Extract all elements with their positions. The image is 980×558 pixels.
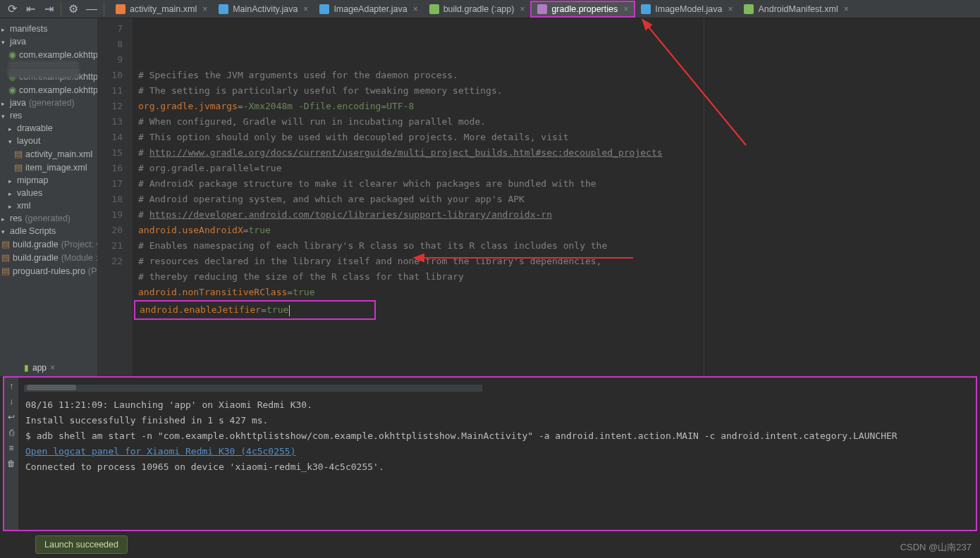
up-icon[interactable]: ↑ [6, 380, 17, 392]
tree-label: mipmap [17, 175, 48, 185]
tree-node[interactable]: ◉com.example.okhttp [0, 83, 97, 97]
print-icon[interactable]: ⎙ [6, 427, 17, 438]
tree-node[interactable]: ▤build.gradle (Project: Ok [0, 237, 97, 251]
tree-node[interactable]: manifests [0, 23, 97, 35]
down-icon[interactable]: ↓ [6, 396, 17, 407]
tree-node[interactable]: xml [0, 199, 97, 212]
file-icon: ▤ [1, 252, 10, 263]
indent-left-icon[interactable]: ⇤ [21, 1, 39, 18]
tree-node[interactable]: ▤build.gradle (Module :a [0, 251, 97, 264]
code-line[interactable]: # Android operating system, and which ar… [138, 192, 980, 207]
gear-icon[interactable]: ⚙ [64, 1, 82, 18]
code-line[interactable]: # This option should only be used with d… [138, 130, 980, 145]
launch-balloon[interactable]: Launch succeeded [35, 535, 128, 554]
tree-suffix: (Pro [88, 266, 97, 276]
file-icon: ▤ [1, 239, 10, 249]
close-icon[interactable]: × [201, 4, 207, 14]
code-line[interactable]: android.enableJetifier=true [138, 300, 980, 320]
tree-label: item_image.xml [25, 163, 87, 173]
tree-node[interactable]: ▤item_image.xml [0, 161, 97, 174]
tab-activity-main-xml[interactable]: activity_main.xml× [110, 1, 213, 18]
line-number: 15 [97, 145, 123, 161]
code-line[interactable]: # Enables namespacing of each library's … [138, 238, 980, 254]
close-icon[interactable]: × [726, 4, 733, 14]
tree-node[interactable]: ▤activity_main.xml [0, 147, 97, 161]
code-line[interactable]: android.useAndroidX=true [138, 223, 980, 238]
close-icon[interactable]: × [412, 4, 418, 14]
tab-imageadapter-java[interactable]: ImageAdapter.java× [314, 1, 423, 18]
code-editor[interactable]: # Specifies the JVM arguments used for t… [133, 18, 980, 376]
link[interactable]: http://www.gradle.org/docs/current/userg… [149, 147, 663, 158]
tree-label: proguard-rules.pro [13, 266, 85, 276]
trash-icon[interactable]: 🗑 [6, 458, 17, 469]
code-line[interactable]: # resources declared in the library itse… [138, 254, 980, 269]
tree-node[interactable]: ▤proguard-rules.pro (Pro [0, 264, 97, 278]
filter-icon[interactable]: ≡ [6, 442, 17, 454]
code-line[interactable]: # AndroidX package structure to make it … [138, 176, 980, 192]
scrollbar-horizontal[interactable] [24, 385, 482, 392]
gradle-icon [429, 4, 439, 14]
tree-node[interactable]: mipmap [0, 174, 97, 187]
sync-icon[interactable]: ⟳ [3, 1, 21, 18]
code-line[interactable]: # The setting is particularly useful for… [138, 83, 980, 99]
tree-label: build.gradle [13, 253, 59, 263]
tree-node[interactable]: res (generated) [0, 212, 97, 225]
close-icon[interactable]: × [843, 4, 849, 14]
close-icon[interactable]: × [302, 4, 308, 14]
tree-node[interactable]: adle Scripts [0, 225, 97, 237]
wrap-icon[interactable]: ↩ [6, 411, 17, 423]
run-output[interactable]: 08/16 11:21:09: Launching 'app' on Xiaom… [18, 378, 976, 530]
tree-node[interactable]: res [0, 109, 97, 122]
code-line[interactable]: # thereby reducing the size of the R cla… [138, 269, 980, 285]
code-line[interactable]: # org.gradle.parallel=true [138, 161, 980, 176]
tree-node[interactable] [0, 67, 97, 70]
tab-label: MainActivity.java [233, 4, 298, 14]
code-line[interactable]: # https://developer.android.com/topic/li… [138, 207, 980, 223]
tab-gradle-properties[interactable]: gradle.properties× [530, 1, 635, 18]
separator [104, 2, 104, 16]
tree-node[interactable]: java (generated) [0, 97, 97, 109]
code-line[interactable]: # http://www.gradle.org/docs/current/use… [138, 145, 980, 161]
manifest-icon [744, 4, 754, 14]
link[interactable]: https://developer.android.com/topic/libr… [149, 209, 552, 220]
tab-label: ImageModel.java [655, 4, 722, 14]
tree-label: res [10, 111, 22, 120]
toolbar-icons: ⟳ ⇤ ⇥ ⚙ — [0, 1, 110, 18]
tree-suffix: (generated) [29, 98, 75, 108]
watermark: CSDN @山南237 [900, 541, 972, 554]
line-number: 9 [97, 52, 123, 68]
code-line[interactable]: org.gradle.jvmargs=-Xmx2048m -Dfile.enco… [138, 99, 980, 114]
close-icon[interactable]: × [622, 4, 628, 14]
indent-right-icon[interactable]: ⇥ [39, 1, 58, 18]
tree-node[interactable]: java [0, 35, 97, 48]
output-line: Connected to process 10965 on device 'xi… [25, 459, 969, 475]
tab-imagemodel-java[interactable]: ImageModel.java× [635, 1, 738, 18]
minimize-icon[interactable]: — [82, 1, 101, 18]
tab-androidmanifest-xml[interactable]: AndroidManifest.xml× [738, 1, 854, 18]
package-icon: ◉ [8, 49, 16, 60]
line-number: 17 [97, 176, 123, 192]
code-line[interactable]: # When configured, Gradle will run in in… [138, 114, 980, 130]
tree-label: activity_main.xml [25, 149, 92, 159]
code-line[interactable]: # Specifies the JVM arguments used for t… [138, 68, 980, 83]
tree-node[interactable]: drawable [0, 122, 97, 135]
line-number: 16 [97, 161, 123, 176]
project-tree[interactable]: manifestsjava◉com.example.okhttp◉com.exa… [0, 18, 97, 376]
balloon-text: Launch succeeded [44, 540, 118, 550]
tree-label: drawable [17, 123, 53, 133]
run-tab-chip[interactable]: ▮ app × [20, 361, 59, 374]
tab-mainactivity-java[interactable]: MainActivity.java× [213, 1, 314, 18]
tree-node[interactable]: layout [0, 135, 97, 147]
line-number: 21 [97, 238, 123, 254]
close-icon[interactable]: × [50, 363, 55, 373]
tree-label: xml [17, 201, 30, 211]
code-line[interactable]: android.nonTransitiveRClass=true [138, 285, 980, 300]
logcat-link[interactable]: Open logcat panel for Xiaomi Redmi K30 (… [25, 446, 296, 457]
close-icon[interactable]: × [518, 4, 525, 14]
tree-label: manifests [10, 24, 48, 34]
tree-node[interactable]: values [0, 187, 97, 199]
tab-build-gradle-app-[interactable]: build.gradle (:app)× [424, 1, 531, 18]
line-number: 20 [97, 223, 123, 238]
tree-node[interactable]: ◉com.example.okhttp [0, 48, 97, 61]
output-line: Open logcat panel for Xiaomi Redmi K30 (… [25, 444, 969, 459]
